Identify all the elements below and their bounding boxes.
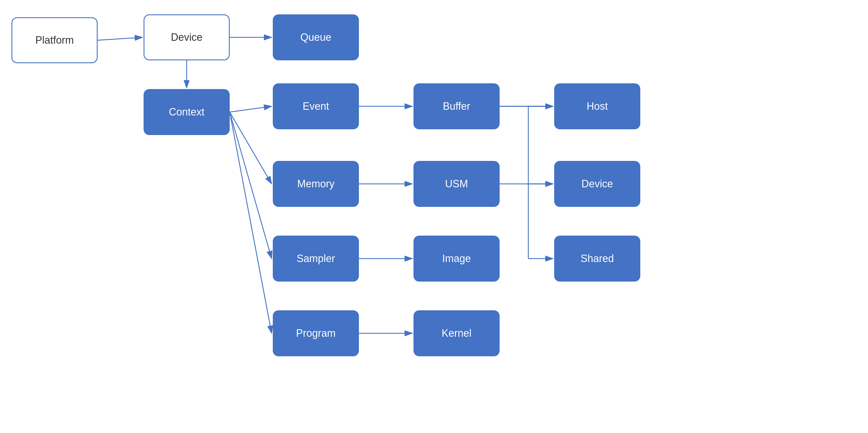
sampler-node: Sampler bbox=[273, 236, 359, 282]
platform-label: Platform bbox=[35, 34, 74, 46]
host-label: Host bbox=[587, 100, 608, 112]
svg-line-4 bbox=[230, 106, 272, 112]
context-label: Context bbox=[169, 106, 205, 118]
kernel-label: Kernel bbox=[442, 327, 471, 339]
sampler-label: Sampler bbox=[297, 253, 335, 265]
buffer-label: Buffer bbox=[443, 100, 470, 112]
event-label: Event bbox=[303, 100, 329, 112]
context-node: Context bbox=[144, 89, 230, 135]
device-usm-label: Device bbox=[582, 178, 613, 190]
image-node: Image bbox=[413, 236, 500, 282]
shared-label: Shared bbox=[581, 253, 614, 265]
svg-line-6 bbox=[230, 112, 272, 259]
shared-node: Shared bbox=[554, 236, 640, 282]
svg-line-5 bbox=[230, 112, 272, 184]
memory-label: Memory bbox=[297, 178, 335, 190]
usm-node: USM bbox=[413, 161, 500, 207]
diagram-container: Platform Device Queue Context Event Memo… bbox=[0, 0, 868, 433]
device-top-label: Device bbox=[171, 31, 203, 44]
platform-node: Platform bbox=[11, 17, 98, 63]
queue-node: Queue bbox=[273, 15, 359, 60]
memory-node: Memory bbox=[273, 161, 359, 207]
queue-label: Queue bbox=[300, 31, 331, 44]
buffer-node: Buffer bbox=[413, 83, 500, 129]
kernel-node: Kernel bbox=[413, 310, 500, 356]
svg-line-7 bbox=[230, 112, 272, 333]
usm-label: USM bbox=[445, 178, 468, 190]
image-label: Image bbox=[442, 253, 471, 265]
svg-line-1 bbox=[98, 37, 143, 40]
event-node: Event bbox=[273, 83, 359, 129]
device-top-node: Device bbox=[144, 15, 230, 60]
program-label: Program bbox=[296, 327, 336, 339]
connections-svg bbox=[0, 0, 868, 433]
program-node: Program bbox=[273, 310, 359, 356]
device-usm-node: Device bbox=[554, 161, 640, 207]
host-node: Host bbox=[554, 83, 640, 129]
